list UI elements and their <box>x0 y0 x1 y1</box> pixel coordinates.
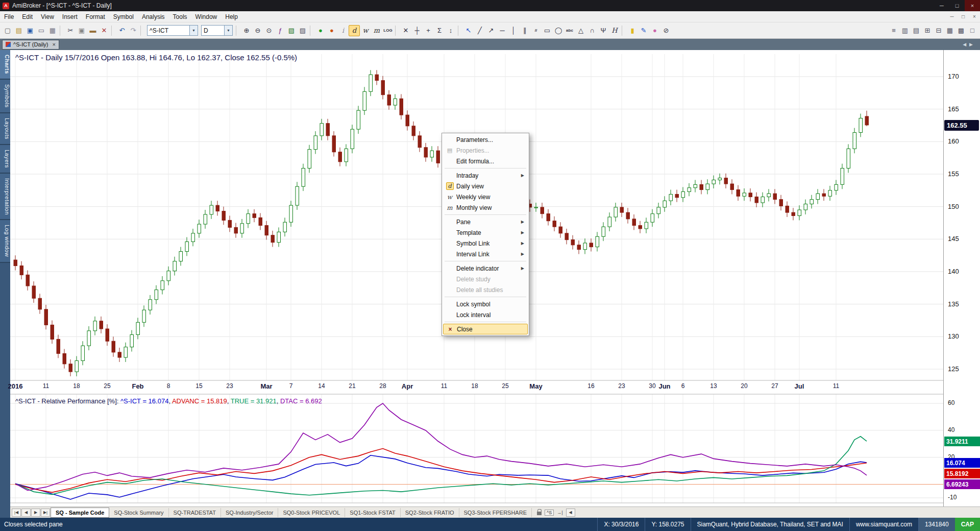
intraday-i-button[interactable]: i <box>337 25 349 36</box>
context-menu-item-pane[interactable]: Pane▶ <box>443 216 528 227</box>
log-scale-button[interactable]: LOG <box>382 25 394 36</box>
layout-tile-button[interactable]: ⊟ <box>933 25 944 36</box>
sheet-tab-sq-industry-sector[interactable]: SQ-Industry/Sector <box>221 508 279 517</box>
doc-tab-sict-daily[interactable]: ^S-ICT (Daily) × <box>2 40 59 50</box>
new-file-button[interactable]: ▢ <box>2 25 13 36</box>
sheet-tab-sq1-stock-fstat[interactable]: SQ1-Stock FSTAT <box>345 508 400 517</box>
menu-insert[interactable]: Insert <box>58 13 82 20</box>
magnify-button[interactable]: ⊘ <box>660 25 672 36</box>
menu-file[interactable]: File <box>0 13 18 20</box>
symbol-combo[interactable]: ^S-ICT▼ <box>147 25 198 36</box>
text-tool-button[interactable]: abc <box>564 25 575 36</box>
delete-button[interactable]: ✕ <box>99 25 110 36</box>
parallel-lines-button[interactable]: ∥ <box>519 25 530 36</box>
afl-editor-button[interactable]: ƒ <box>275 25 286 36</box>
sheet-tab-sq2-stock-fratio[interactable]: SQ2-Stock FRATIO <box>401 508 459 517</box>
multiply-button[interactable]: ✕ <box>400 25 411 36</box>
zoom-out-button[interactable]: ⊖ <box>252 25 263 36</box>
context-menu-item-interval-link[interactable]: Interval Link▶ <box>443 249 528 259</box>
layout-list-button[interactable]: ≡ <box>888 25 899 36</box>
save-button[interactable]: ▣ <box>24 25 36 36</box>
mdi-minimize-button[interactable]: ─ <box>946 12 958 21</box>
paste-button[interactable]: ▬ <box>87 25 99 36</box>
weekly-w-button[interactable]: w <box>360 25 371 36</box>
sheet-nav-prev-button[interactable]: ◀ <box>21 509 31 517</box>
sort-button[interactable]: ↕ <box>445 25 456 36</box>
tab-scroll-arrow[interactable]: ◀ <box>963 42 969 47</box>
sheet-nav-next-button[interactable]: ▶ <box>31 509 40 517</box>
zoom-in-button[interactable]: ⊕ <box>241 25 252 36</box>
layout-columns-button[interactable]: ▥ <box>899 25 911 36</box>
restore-button[interactable]: □ <box>949 0 965 11</box>
mdi-close-button[interactable]: × <box>969 12 980 21</box>
ray-line-button[interactable]: ↗ <box>485 25 497 36</box>
triangle-button[interactable]: △ <box>575 25 586 36</box>
sheet-scroll-left-button[interactable]: ◀ <box>566 509 575 517</box>
layout-rows-button[interactable]: ▤ <box>911 25 922 36</box>
pane-pin-icon[interactable]: →| <box>557 510 562 515</box>
close-button[interactable]: × <box>965 0 980 11</box>
context-menu-item-parameters[interactable]: Parameters... <box>443 134 528 145</box>
trend-line-button[interactable]: ╱ <box>474 25 485 36</box>
link-online-button[interactable]: ● <box>315 25 326 36</box>
context-menu-item-close[interactable]: ×Close <box>443 324 528 334</box>
sidebar-tab-interpretation[interactable]: Interpretation <box>0 174 10 221</box>
sidebar-tab-charts[interactable]: Charts <box>0 50 10 80</box>
ellipse-button[interactable]: ◯ <box>553 25 564 36</box>
brush-button[interactable]: ● <box>649 25 660 36</box>
link-offline-button[interactable]: ● <box>326 25 337 36</box>
analysis-button[interactable]: ▧ <box>286 25 297 36</box>
context-menu-item-lock-interval[interactable]: Lock interval <box>443 309 528 320</box>
context-menu-item-monthly-view[interactable]: mMonthly view <box>443 202 528 213</box>
symbol-combo-dropdown-icon[interactable]: ▼ <box>189 26 198 35</box>
menu-edit[interactable]: Edit <box>18 13 37 20</box>
parameters-button[interactable]: ▨ <box>297 25 308 36</box>
sheet-tab-sq-sample-code[interactable]: SQ - Sample Code <box>51 508 109 518</box>
print-button[interactable]: ▭ <box>36 25 47 36</box>
sheet-tab-sq-tradestat[interactable]: SQ-TRADESTAT <box>169 508 221 517</box>
tab-close-icon[interactable]: × <box>51 41 56 47</box>
menu-view[interactable]: View <box>37 13 58 20</box>
sheet-nav-first-button[interactable]: |◀ <box>12 509 21 517</box>
cut-button[interactable]: ✂ <box>65 25 76 36</box>
interval-combo[interactable]: D▼ <box>201 25 233 36</box>
fibonacci-button[interactable]: // <box>530 25 542 36</box>
select-tool-button[interactable]: ↖ <box>463 25 474 36</box>
context-menu-item-daily-view[interactable]: dDaily view <box>443 181 528 191</box>
open-file-button[interactable]: ▤ <box>13 25 24 36</box>
arc-button[interactable]: ∩ <box>586 25 598 36</box>
menu-symbol[interactable]: Symbol <box>109 13 138 20</box>
interval-combo-dropdown-icon[interactable]: ▼ <box>224 26 232 35</box>
pitchfork-button[interactable]: Ψ <box>598 25 609 36</box>
context-menu-item-symbol-link[interactable]: Symbol Link▶ <box>443 238 528 249</box>
chart-bars-button[interactable]: ▦ <box>944 25 955 36</box>
tab-scroll-arrows[interactable]: ◀▶ <box>963 42 976 47</box>
context-menu-item-weekly-view[interactable]: wWeekly view <box>443 191 528 202</box>
redo-button[interactable]: ↷ <box>128 25 139 36</box>
crosshair-button[interactable]: ┼ <box>411 25 423 36</box>
sidebar-tab-layouts[interactable]: Layouts <box>0 113 10 145</box>
sheet-nav-last-button[interactable]: ▶| <box>41 509 50 517</box>
menu-window[interactable]: Window <box>191 13 222 20</box>
vertical-line-button[interactable]: │ <box>508 25 519 36</box>
sheet-tab-sq0-stock-pricevol[interactable]: SQ0-Stock PRICEVOL <box>278 508 345 517</box>
window-split-button[interactable]: □ <box>967 25 978 36</box>
database-button[interactable]: ▦ <box>47 25 58 36</box>
sidebar-tab-log-window[interactable]: Log window <box>0 220 10 262</box>
highlighter-button[interactable]: ▮ <box>627 25 638 36</box>
hand-tool-button[interactable]: H <box>609 25 620 36</box>
context-menu-item-lock-symbol[interactable]: Lock symbol <box>443 299 528 309</box>
menu-tools[interactable]: Tools <box>169 13 191 20</box>
context-menu-item-template[interactable]: Template▶ <box>443 227 528 238</box>
sidebar-tab-layers[interactable]: Layers <box>0 145 10 174</box>
symbol-link-chip[interactable]: ^S <box>545 510 554 516</box>
minimize-button[interactable]: ─ <box>934 0 949 11</box>
sidebar-tab-symbols[interactable]: Symbols <box>0 80 10 113</box>
menu-help[interactable]: Help <box>221 13 242 20</box>
monthly-m-button[interactable]: m <box>371 25 382 36</box>
sheet-tab-sq-stock-summary[interactable]: SQ-Stock Summary <box>109 508 168 517</box>
context-menu-item-intraday[interactable]: Intraday▶ <box>443 170 528 181</box>
menu-analysis[interactable]: Analysis <box>138 13 169 20</box>
rectangle-button[interactable]: ▭ <box>542 25 553 36</box>
zoom-all-button[interactable]: ⊙ <box>263 25 275 36</box>
